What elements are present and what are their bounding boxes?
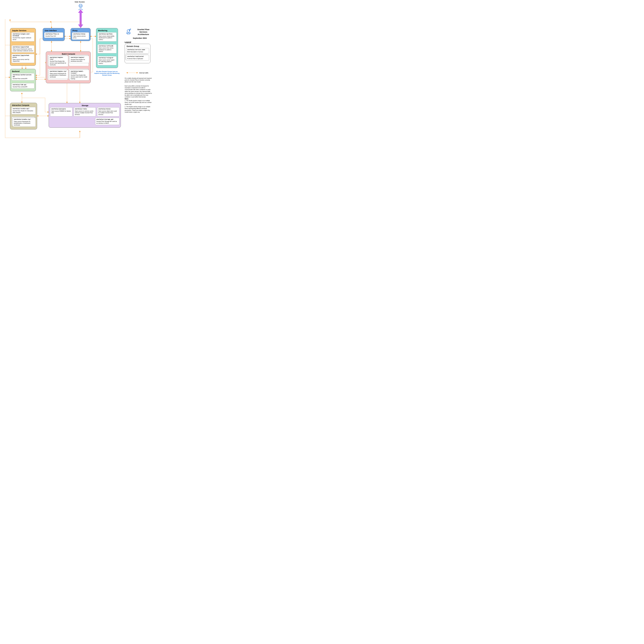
svc-jupyterhub: snorkelai/jupyterhub Open-source framewo… — [11, 45, 34, 53]
svc-redis: snorkelai/redis Open-source in-memory ca… — [74, 107, 96, 116]
svc-influxdb: snorkelai/influxdb Open-source time seri… — [98, 44, 117, 53]
svc-engine-tiny: snorkelai/engine-tiny² Snorkel Flow Engi… — [49, 56, 68, 67]
title-line-1: Snorkel Flow — [137, 28, 149, 31]
header-block: Snorkel Flow Services Architecture Septe… — [126, 28, 154, 39]
date-label: September 2024 — [126, 37, 154, 39]
svc-storage-api: snorkelai/storage-api Snorkel Flow Stora… — [95, 118, 119, 125]
svg-marker-1 — [78, 9, 83, 13]
legend-arrow-label: Internal traffic — [139, 72, 148, 74]
svc-model-trainer: snorkelai/model-trainer² Snorkel Flow En… — [70, 70, 89, 81]
title-line-3: Architecture — [138, 33, 149, 35]
backend-title: Backend — [12, 70, 34, 72]
svc-minio: snorkelai/minio Open-source object store… — [97, 107, 119, 116]
svc-engine-ray: snorkelai/engine-ray² Open-source framew… — [49, 70, 68, 81]
svc-studio-api: snorkelai/studio-api¹ Snorkel Flow Studi… — [11, 107, 36, 114]
proxy-title: Proxy — [73, 29, 89, 32]
notes-heading: Notes — [125, 98, 153, 100]
user-access-label: User Access — [75, 1, 85, 3]
svc-postgres: snorkelai/postgres Open-source RDBMS for… — [50, 107, 72, 116]
ports-note: For a table showing all exposed and requ… — [125, 77, 153, 83]
legend-heading: Legend — [125, 41, 131, 43]
legend-replicated-card: snorkelai/replicated A service that is r… — [126, 55, 149, 60]
svc-telegraf: snorkelai/telegraf Open-source server ag… — [98, 56, 117, 65]
svc-envoy: snorkelai/envoy Open-source service prox… — [72, 32, 89, 40]
legend-svc-desc: Brief description of service — [127, 51, 143, 53]
note-2: 2. The Engine docker image is run multip… — [125, 106, 153, 113]
domain-interactive: Interactive Compute snorkelai/studio-api… — [10, 103, 37, 129]
svc-grafana: snorkelai/grafana Open-source observabil… — [98, 32, 117, 41]
domain-storage: Storage snorkelai/postgres Open-source R… — [49, 103, 121, 128]
svc-flow-ui: snorkelai/flow-ui Snorkel Flow GUI — [44, 32, 63, 38]
interactive-title: Interactive Compute — [12, 104, 36, 106]
ui-title: User Interface — [45, 29, 63, 32]
svg-point-5 — [81, 5, 82, 6]
domain-monitoring: Monitoring snorkelai/grafana Open-source… — [96, 28, 118, 68]
svg-point-3 — [79, 4, 82, 7]
jupyter-title: Jupyter Services — [12, 29, 34, 32]
legend-service-card: snorkelai/service-name Brief description… — [126, 48, 149, 54]
svc-tdm-api: snorkelai/tdm-api Snorkel Flow central A… — [11, 83, 34, 89]
domain-comm-note: Each area within a domain (Compute for e… — [125, 85, 153, 98]
svg-point-7 — [129, 30, 130, 31]
svg-rect-0 — [80, 12, 82, 26]
user-access-arrow — [78, 9, 83, 28]
domain-ui: User Interface snorkelai/flow-ui Snorkel… — [43, 28, 65, 41]
storage-title: Storage — [51, 104, 119, 107]
svg-point-4 — [80, 5, 80, 6]
domain-proxy: Proxy snorkelai/envoy Open-source servic… — [71, 28, 91, 41]
svc-engine: snorkelai/engine² Snorkel Flow Engine fo… — [70, 56, 89, 67]
svg-marker-2 — [78, 24, 83, 28]
svc-authorization-api: snorkelai/authorization-api Snorkel Flow… — [11, 73, 34, 81]
svc-single-user-notebook: snorkelai/single-user-notebook Snorkel F… — [11, 32, 34, 41]
title-line-2: Services — [139, 31, 147, 33]
domain-jupyter: Jupyter Services snorkelai/single-user-n… — [10, 28, 36, 66]
domain-batch: Batch Compute snorkelai/engine-tiny² Sno… — [46, 52, 91, 83]
legend-domain-title: Domain Group — [127, 45, 149, 47]
svc-jupyterhub-proxy: snorkelai/jupyterhub-proxy Open-source p… — [11, 54, 34, 63]
monitoring-note: All other Domain Groups have an implicit… — [94, 71, 120, 76]
note-1: 1. The Studio docker image is run multip… — [125, 100, 153, 105]
monitoring-title: Monitoring — [98, 29, 117, 32]
svc-studio-ray: snorkelai/studio-ray¹ Open-source framew… — [13, 118, 36, 127]
user-icon — [79, 4, 83, 10]
domain-backend: Backend snorkelai/authorization-api Snor… — [10, 69, 36, 91]
legend-rep-name: snorkelai/replicated — [127, 56, 148, 58]
legend-domain-group: Domain Group snorkelai/service-name Brie… — [125, 44, 150, 63]
snorkel-logo-icon — [126, 28, 132, 35]
legend-svc-name: snorkelai/service-name — [127, 49, 148, 51]
legend-rep-desc: A service that is replicated — [127, 58, 143, 59]
